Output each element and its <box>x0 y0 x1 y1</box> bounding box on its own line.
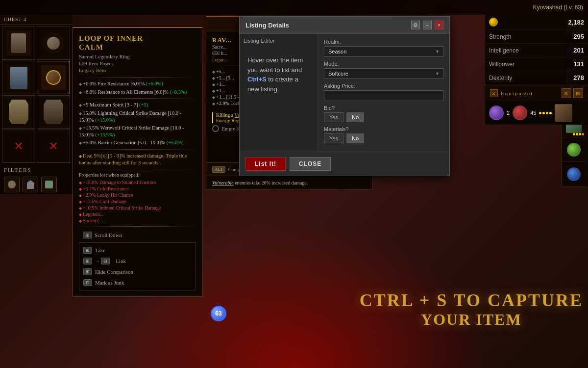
scroll-down-indicator[interactable]: ⊞ Scroll Down <box>79 230 196 240</box>
mode-select-wrapper: Softcore <box>324 68 443 79</box>
equipment-gems-row: 2 45 <box>485 101 588 125</box>
level-orb: 63 <box>211 306 226 321</box>
asking-price-label: Asking Price: <box>324 83 443 89</box>
modal-gear-btn[interactable]: ⚙ <box>411 21 420 29</box>
divider-3 <box>79 149 196 150</box>
gem-slot-1[interactable] <box>489 105 504 120</box>
listing-editor-panel: Listing Editor Hover over the item you w… <box>240 34 318 152</box>
rarity-dots-5 <box>573 133 584 135</box>
dexterity-row: Dexterity 278 <box>485 71 588 85</box>
lost-stat-1: +15.0% Damage to Stunned Enemies <box>79 180 196 185</box>
filter-icon-1[interactable] <box>4 177 20 192</box>
inv-slot-2[interactable] <box>37 26 70 60</box>
inv-slot-4[interactable] <box>37 61 70 94</box>
hide-comparison-label: Hide Comparison <box>95 269 133 275</box>
stat-barrier: +5.0% Barrier Generation [5.0 - 10.0]% (… <box>79 139 196 146</box>
action-bar: ⊞ Take ⊞ + ⊟ Link ⊞ Hide Comparison ⊟ Ma… <box>79 242 196 290</box>
materials-no-btn[interactable]: No <box>346 133 364 143</box>
mark-junk-action[interactable]: ⊟ Mark as Junk <box>79 277 196 288</box>
inventory-grid: ✕ ✕ <box>0 25 73 165</box>
materials-label: Materials? <box>324 126 443 132</box>
willpower-label: Willpower <box>489 61 514 68</box>
dexterity-label: Dexterity <box>489 75 512 81</box>
equipment-icon: ⚔ <box>490 89 498 97</box>
mode-select[interactable]: Softcore <box>324 68 443 79</box>
stat-werewolf-crit: +13.5% Werewolf Critical Strike Damage [… <box>79 125 196 138</box>
inv-slot-6[interactable] <box>37 95 70 129</box>
close-button[interactable]: CLOSE <box>290 157 331 171</box>
item-quality: Legacy Item <box>79 67 196 73</box>
equipment-label: ⚔ Equipment ✕ ⊞ <box>485 85 588 101</box>
vulnerable-note: Vulnerable enemies take 20% increased da… <box>206 176 372 189</box>
top-bar: Kyovashad (Lv. 63) <box>0 0 588 15</box>
item-name: Loop of InnerCalm <box>79 34 196 52</box>
realm-select[interactable]: Season <box>324 46 443 57</box>
item-power: 669 Item Power <box>79 60 196 66</box>
filter-icon-3[interactable] <box>41 177 57 192</box>
inv-slot-8[interactable]: ✕ <box>37 130 70 163</box>
strength-label: Strength <box>489 33 511 40</box>
divider-2 <box>79 98 196 99</box>
equipment-ctrl-2[interactable]: ⊞ <box>573 88 583 98</box>
scroll-down-label: Scroll Down <box>95 232 122 238</box>
socket-circle <box>212 125 219 132</box>
gold-icon <box>489 18 498 26</box>
gem-slot-2[interactable] <box>513 105 527 120</box>
willpower-value: 131 <box>573 60 584 68</box>
lost-stat-6: Legenda... <box>79 211 196 217</box>
filter-icons-row <box>0 175 73 194</box>
properties-lost-label: Properties lost when equipped: <box>79 172 196 178</box>
materials-row: Materials? Yes No <box>324 126 443 143</box>
char-slot-7[interactable] <box>562 162 586 186</box>
char-slot-6[interactable] <box>562 137 586 162</box>
gold-row: 2,182 <box>485 15 588 30</box>
inv-slot-5[interactable] <box>2 95 35 129</box>
hide-comparison-action[interactable]: ⊞ Hide Comparison <box>79 266 196 277</box>
listing-editor-label: Listing Editor <box>244 38 314 44</box>
filter-icon-2[interactable] <box>23 177 38 192</box>
bid-row: Bid? Yes No <box>324 105 443 122</box>
modal-controls: ⚙ − × <box>411 21 443 29</box>
modal-title-bar: Listing Details ⚙ − × <box>240 17 449 34</box>
link-action[interactable]: ⊞ + ⊟ Link <box>79 256 196 266</box>
dexterity-value: 278 <box>573 74 584 81</box>
player-name: Kyovashad (Lv. 63) <box>533 4 584 11</box>
divider-5 <box>79 226 196 227</box>
asking-price-row: Asking Price: <box>324 83 443 101</box>
equipment-controls: ✕ ⊞ <box>562 88 583 98</box>
materials-yes-btn[interactable]: Yes <box>324 133 343 143</box>
listing-modal[interactable]: Listing Details ⚙ − × Listing Editor Hov… <box>239 16 450 176</box>
scroll-icon: ⊞ <box>83 232 92 238</box>
hover-instruction: Hover over the item you want to list and… <box>244 48 314 102</box>
realm-select-wrapper: Season <box>324 46 443 57</box>
equipment-item-thumb[interactable] <box>555 104 572 122</box>
lost-stat-2: +5.7% Cold Resistance <box>79 186 196 191</box>
list-it-button[interactable]: List It! <box>245 157 286 171</box>
inventory-panel: CHEST 4 <box>0 15 73 194</box>
equipment-ctrl-1[interactable]: ✕ <box>562 88 571 98</box>
item-subtype: Sacred Legendary Ring <box>79 53 196 59</box>
intelligence-row: Intelligence 201 <box>485 44 588 57</box>
asking-price-input[interactable] <box>324 90 443 101</box>
inv-slot-3[interactable] <box>2 61 35 94</box>
bid-no-btn[interactable]: No <box>346 112 364 122</box>
lost-stat-4: +12.5% Cold Damage <box>79 199 196 204</box>
mode-row: Mode: Softcore <box>324 61 443 79</box>
willpower-row: Willpower 131 <box>485 57 588 71</box>
gem-count-2: 45 <box>530 110 536 116</box>
filters-label: FILTERS <box>0 165 73 175</box>
intelligence-label: Intelligence <box>489 47 519 54</box>
take-action[interactable]: ⊞ Take <box>79 245 196 256</box>
inv-slot-1[interactable] <box>2 26 35 60</box>
lost-stat-3: +2.9% Lucky Hit Chance <box>79 192 196 198</box>
modal-x-btn[interactable]: × <box>435 21 443 29</box>
modal-minimize-btn[interactable]: − <box>423 21 432 29</box>
take-label: Take <box>95 247 105 253</box>
bid-yes-btn[interactable]: Yes <box>324 112 343 122</box>
ctrl-s-inline: Ctrl+S <box>247 76 267 83</box>
inv-slot-7[interactable]: ✕ <box>2 130 35 163</box>
junk-mark-2: ✕ <box>49 139 58 153</box>
stat-lightning-crit: 15.0% Lightning Critical Strike Damage [… <box>79 110 196 123</box>
item-tooltip-panel: Loop of InnerCalm Sacred Legendary Ring … <box>73 27 202 297</box>
bid-label: Bid? <box>324 105 443 111</box>
